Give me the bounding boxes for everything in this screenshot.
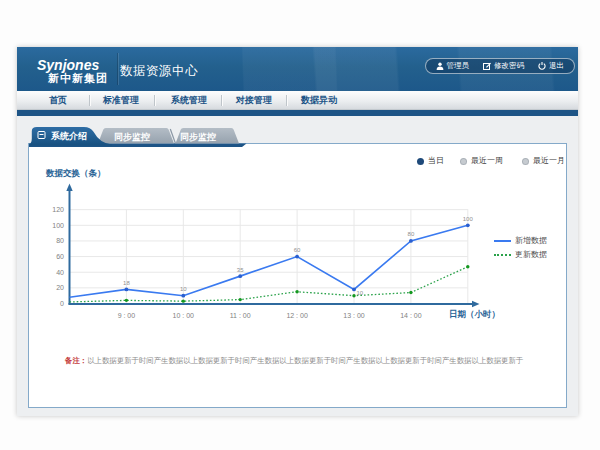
company-logo-chinese: 新中新集团 <box>48 71 108 86</box>
nav-item-4[interactable]: 对接管理 <box>224 91 284 110</box>
user-menu-label: 管理员 <box>447 61 470 71</box>
icon-part <box>538 62 546 70</box>
user-toolbar: 管理员修改密码退出 <box>425 58 576 74</box>
nav-divider <box>154 95 155 106</box>
radio-unselected-icon <box>461 159 466 164</box>
legend-item-2: 更新数据 <box>494 249 547 260</box>
page-title: 数据资源中心 <box>120 63 198 80</box>
app-window: Synjones 新中新集团 数据资源中心 管理员修改密码退出 首页标准管理系统… <box>17 47 578 416</box>
legend-item-1: 新增数据 <box>494 235 547 246</box>
icon-part <box>483 62 491 70</box>
user-menu-label: 修改密码 <box>494 61 524 71</box>
edit-icon <box>483 62 491 70</box>
radio-label: 最近一周 <box>471 156 503 166</box>
tab-label-3[interactable]: 同步监控 <box>180 131 216 144</box>
user-icon <box>436 62 444 70</box>
radio-last-month[interactable]: 最近一月 <box>523 156 565 166</box>
page: Synjones 新中新集团 数据资源中心 管理员修改密码退出 首页标准管理系统… <box>0 0 600 450</box>
legend-label: 新增数据 <box>515 235 547 246</box>
nav-item-2[interactable]: 标准管理 <box>91 91 151 110</box>
tab-label-1[interactable]: 系统介绍 <box>51 130 87 143</box>
nav-divider <box>89 95 90 106</box>
radio-today[interactable]: 当日 <box>418 156 444 166</box>
time-range-filter: 当日最近一周最近一月 <box>17 156 578 166</box>
legend-line-sample <box>494 240 511 242</box>
legend-label: 更新数据 <box>515 249 547 260</box>
app-header: Synjones 新中新集团 数据资源中心 管理员修改密码退出 <box>17 47 578 91</box>
nav-item-1[interactable]: 首页 <box>28 91 88 110</box>
tab-label-2[interactable]: 同步监控 <box>114 131 150 144</box>
user-menu-account[interactable]: 管理员 <box>436 61 470 71</box>
icon-part <box>436 62 444 70</box>
nav-divider <box>286 95 287 106</box>
logo-divider <box>117 53 118 85</box>
user-menu-label: 退出 <box>549 61 564 71</box>
nav-divider <box>221 95 222 106</box>
radio-selected-icon <box>418 159 423 164</box>
nav-item-5[interactable]: 数据异动 <box>289 91 349 110</box>
legend-line-sample <box>494 254 511 256</box>
user-menu-change-password[interactable]: 修改密码 <box>483 61 524 71</box>
footnote-text: 以上数据更新于时间产生数据以上数据更新于时间产生数据以上数据更新于时间产生数据以… <box>87 356 523 365</box>
icon-part <box>436 67 443 70</box>
icon-part <box>438 63 441 66</box>
power-icon <box>538 62 546 70</box>
main-nav: 首页标准管理系统管理对接管理数据异动 <box>17 91 578 110</box>
radio-unselected-icon <box>523 159 528 164</box>
content-panel <box>28 143 567 408</box>
nav-item-3[interactable]: 系统管理 <box>159 91 219 110</box>
radio-label: 当日 <box>428 156 444 166</box>
footnote: 备注：以上数据更新于时间产生数据以上数据更新于时间产生数据以上数据更新于时间产生… <box>65 356 523 366</box>
nav-accent-bar <box>17 110 578 116</box>
radio-label: 最近一月 <box>533 156 565 166</box>
radio-last-week[interactable]: 最近一周 <box>461 156 503 166</box>
user-menu-logout[interactable]: 退出 <box>538 61 564 71</box>
footnote-tag: 备注： <box>65 356 87 365</box>
